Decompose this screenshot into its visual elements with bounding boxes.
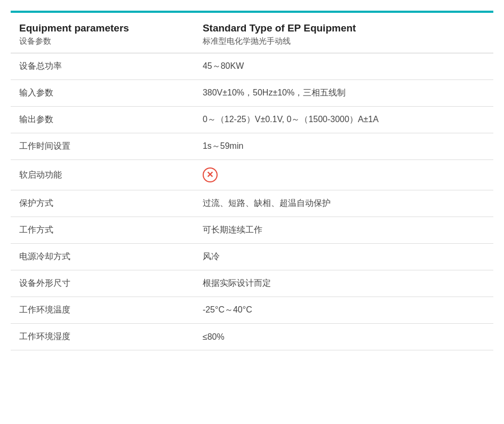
table-row: 输入参数380V±10%，50Hz±10%，三相五线制: [11, 80, 493, 107]
col-header-param-en: Equipment parameters: [19, 22, 186, 34]
col-header-param: Equipment parameters 设备参数: [11, 13, 194, 53]
param-value: ≤80%: [194, 324, 493, 350]
table-row: 软启动功能✕: [11, 160, 493, 190]
table-row: 保护方式过流、短路、缺相、超温自动保护: [11, 190, 493, 217]
col-header-value-en: Standard Type of EP Equipment: [203, 22, 485, 34]
param-value: 45～80KW: [194, 53, 493, 80]
param-value: ✕: [194, 160, 493, 190]
col-header-param-cn: 设备参数: [19, 36, 186, 46]
param-value: 可长期连续工作: [194, 217, 493, 244]
param-value: 根据实际设计而定: [194, 270, 493, 297]
param-value: 过流、短路、缺相、超温自动保护: [194, 190, 493, 217]
col-header-value: Standard Type of EP Equipment 标准型电化学抛光手动…: [194, 13, 493, 53]
equipment-parameters-table: Equipment parameters 设备参数 Standard Type …: [11, 13, 493, 350]
param-label: 工作方式: [11, 217, 194, 244]
table-row: 工作环境湿度≤80%: [11, 324, 493, 350]
param-label: 工作环境温度: [11, 297, 194, 324]
param-value: 0～（12-25）V±0.1V, 0～（1500-3000）A±1A: [194, 107, 493, 133]
param-label: 输出参数: [11, 107, 194, 133]
table-row: 电源冷却方式风冷: [11, 244, 493, 270]
table-row: 工作环境温度-25°C～40°C: [11, 297, 493, 324]
param-label: 设备总功率: [11, 53, 194, 80]
param-label: 电源冷却方式: [11, 244, 194, 270]
param-value: 1s～59min: [194, 133, 493, 160]
param-value: -25°C～40°C: [194, 297, 493, 324]
table-row: 输出参数0～（12-25）V±0.1V, 0～（1500-3000）A±1A: [11, 107, 493, 133]
param-value: 风冷: [194, 244, 493, 270]
param-label: 软启动功能: [11, 160, 194, 190]
table-row: 工作方式可长期连续工作: [11, 217, 493, 244]
param-label: 输入参数: [11, 80, 194, 107]
param-label: 保护方式: [11, 190, 194, 217]
param-label: 工作时间设置: [11, 133, 194, 160]
param-label: 工作环境湿度: [11, 324, 194, 350]
table-row: 设备外形尺寸根据实际设计而定: [11, 270, 493, 297]
param-label: 设备外形尺寸: [11, 270, 194, 297]
table-row: 设备总功率45～80KW: [11, 53, 493, 80]
col-header-value-cn: 标准型电化学抛光手动线: [203, 36, 485, 46]
param-value: 380V±10%，50Hz±10%，三相五线制: [194, 80, 493, 107]
circle-x-icon: ✕: [203, 167, 218, 182]
table-row: 工作时间设置1s～59min: [11, 133, 493, 160]
